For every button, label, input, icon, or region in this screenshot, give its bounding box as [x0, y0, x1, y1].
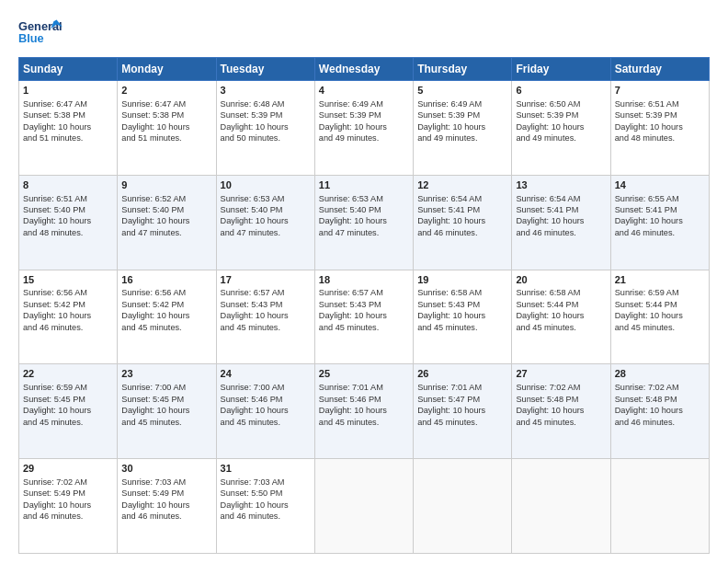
day-info-line: Sunrise: 7:03 AM	[121, 477, 211, 488]
day-number: 31	[221, 462, 311, 476]
day-info-line: Daylight: 10 hours	[516, 121, 606, 132]
day-info-line: Daylight: 10 hours	[615, 215, 705, 226]
day-info-line: Daylight: 10 hours	[516, 405, 606, 416]
calendar-header-wednesday: Wednesday	[314, 58, 413, 81]
calendar-week-row: 8Sunrise: 6:51 AMSunset: 5:40 PMDaylight…	[19, 175, 710, 270]
day-info-line: and 51 minutes.	[121, 132, 211, 144]
day-info-line: Sunrise: 6:49 AM	[417, 98, 507, 109]
day-info-line: Sunset: 5:45 PM	[23, 394, 113, 405]
day-info-line: Daylight: 10 hours	[23, 215, 113, 226]
day-number: 8	[23, 178, 113, 192]
day-info-line: Sunset: 5:41 PM	[417, 204, 507, 215]
day-info-line: and 45 minutes.	[319, 417, 409, 428]
day-info-line: and 45 minutes.	[319, 322, 409, 333]
day-info-line: Daylight: 10 hours	[121, 121, 211, 132]
day-info-line: Sunrise: 6:58 AM	[516, 287, 606, 298]
day-info-line: Sunrise: 6:59 AM	[615, 287, 705, 298]
day-info-line: Sunset: 5:43 PM	[319, 299, 409, 310]
day-info-line: Sunset: 5:44 PM	[516, 299, 606, 310]
day-info-line: Daylight: 10 hours	[221, 310, 311, 321]
day-info-line: Sunrise: 6:56 AM	[23, 287, 113, 298]
calendar-cell: 4Sunrise: 6:49 AMSunset: 5:39 PMDaylight…	[314, 81, 413, 176]
day-number: 16	[121, 273, 211, 287]
day-info-line: Sunrise: 6:48 AM	[221, 98, 311, 109]
day-info-line: Sunset: 5:46 PM	[319, 394, 409, 405]
day-info-line: and 47 minutes.	[121, 227, 211, 238]
calendar-cell: 26Sunrise: 7:01 AMSunset: 5:47 PMDayligh…	[414, 364, 512, 459]
calendar-cell	[610, 459, 709, 554]
day-number: 28	[615, 367, 705, 381]
day-number: 21	[615, 273, 705, 287]
day-info-line: Sunset: 5:46 PM	[221, 394, 311, 405]
day-info-line: and 45 minutes.	[417, 322, 507, 333]
calendar-cell: 30Sunrise: 7:03 AMSunset: 5:49 PMDayligh…	[118, 459, 216, 554]
day-info-line: Daylight: 10 hours	[221, 121, 311, 132]
day-info-line: and 49 minutes.	[417, 132, 507, 144]
calendar-cell: 13Sunrise: 6:54 AMSunset: 5:41 PMDayligh…	[512, 175, 610, 270]
calendar-table: SundayMondayTuesdayWednesdayThursdayFrid…	[18, 57, 710, 554]
day-info-line: and 46 minutes.	[221, 511, 311, 522]
calendar-header-tuesday: Tuesday	[216, 58, 314, 81]
day-info-line: Sunrise: 6:50 AM	[516, 98, 606, 109]
day-info-line: Daylight: 10 hours	[516, 215, 606, 226]
day-info-line: Sunset: 5:49 PM	[121, 488, 211, 499]
day-number: 18	[319, 273, 409, 287]
day-info-line: Sunrise: 7:01 AM	[319, 382, 409, 393]
calendar-cell: 2Sunrise: 6:47 AMSunset: 5:38 PMDaylight…	[118, 81, 216, 176]
day-info-line: Sunrise: 6:53 AM	[319, 193, 409, 204]
day-info-line: Daylight: 10 hours	[221, 215, 311, 226]
day-info-line: Sunset: 5:40 PM	[319, 204, 409, 215]
day-info-line: and 51 minutes.	[23, 132, 113, 144]
day-info-line: Daylight: 10 hours	[121, 500, 211, 511]
day-number: 20	[516, 273, 606, 287]
day-info-line: and 47 minutes.	[319, 227, 409, 238]
day-number: 4	[319, 84, 409, 98]
day-number: 13	[516, 178, 606, 192]
day-info-line: Sunrise: 6:51 AM	[615, 98, 705, 109]
day-info-line: Sunset: 5:42 PM	[121, 299, 211, 310]
day-info-line: Daylight: 10 hours	[23, 310, 113, 321]
day-info-line: and 50 minutes.	[221, 132, 311, 144]
day-number: 2	[121, 84, 211, 98]
day-number: 27	[516, 367, 606, 381]
calendar-header-thursday: Thursday	[414, 58, 512, 81]
calendar-cell: 23Sunrise: 7:00 AMSunset: 5:45 PMDayligh…	[118, 364, 216, 459]
day-number: 9	[121, 178, 211, 192]
day-info-line: Daylight: 10 hours	[121, 405, 211, 416]
day-info-line: and 45 minutes.	[615, 322, 705, 333]
day-info-line: Daylight: 10 hours	[417, 215, 507, 226]
day-info-line: Sunset: 5:38 PM	[121, 109, 211, 121]
day-info-line: Daylight: 10 hours	[121, 310, 211, 321]
day-info-line: Daylight: 10 hours	[319, 405, 409, 416]
day-number: 23	[121, 367, 211, 381]
day-info-line: Sunset: 5:48 PM	[615, 394, 705, 405]
day-number: 17	[221, 273, 311, 287]
calendar-cell: 19Sunrise: 6:58 AMSunset: 5:43 PMDayligh…	[414, 270, 512, 364]
day-info-line: and 45 minutes.	[221, 417, 311, 428]
day-info-line: Sunset: 5:40 PM	[121, 204, 211, 215]
calendar-cell: 22Sunrise: 6:59 AMSunset: 5:45 PMDayligh…	[19, 364, 118, 459]
day-number: 30	[121, 462, 211, 476]
calendar-cell: 11Sunrise: 6:53 AMSunset: 5:40 PMDayligh…	[314, 175, 413, 270]
calendar-week-row: 15Sunrise: 6:56 AMSunset: 5:42 PMDayligh…	[19, 270, 710, 364]
day-info-line: Sunrise: 6:55 AM	[615, 193, 705, 204]
logo: General Blue	[18, 17, 63, 50]
day-info-line: Sunrise: 7:00 AM	[121, 382, 211, 393]
day-info-line: Sunrise: 7:02 AM	[516, 382, 606, 393]
day-info-line: Daylight: 10 hours	[221, 405, 311, 416]
calendar-cell: 12Sunrise: 6:54 AMSunset: 5:41 PMDayligh…	[414, 175, 512, 270]
day-info-line: Sunrise: 6:53 AM	[221, 193, 311, 204]
day-info-line: and 46 minutes.	[23, 322, 113, 333]
day-info-line: Daylight: 10 hours	[615, 310, 705, 321]
day-info-line: Sunrise: 6:59 AM	[23, 382, 113, 393]
day-info-line: Sunrise: 6:54 AM	[417, 193, 507, 204]
day-info-line: Sunrise: 6:54 AM	[516, 193, 606, 204]
day-info-line: Sunrise: 6:58 AM	[417, 287, 507, 298]
day-info-line: and 46 minutes.	[23, 511, 113, 522]
day-info-line: and 46 minutes.	[615, 227, 705, 238]
calendar-cell: 31Sunrise: 7:03 AMSunset: 5:50 PMDayligh…	[216, 459, 314, 554]
day-info-line: Sunrise: 6:57 AM	[319, 287, 409, 298]
calendar-cell: 17Sunrise: 6:57 AMSunset: 5:43 PMDayligh…	[216, 270, 314, 364]
day-info-line: and 46 minutes.	[516, 227, 606, 238]
calendar-cell	[414, 459, 512, 554]
